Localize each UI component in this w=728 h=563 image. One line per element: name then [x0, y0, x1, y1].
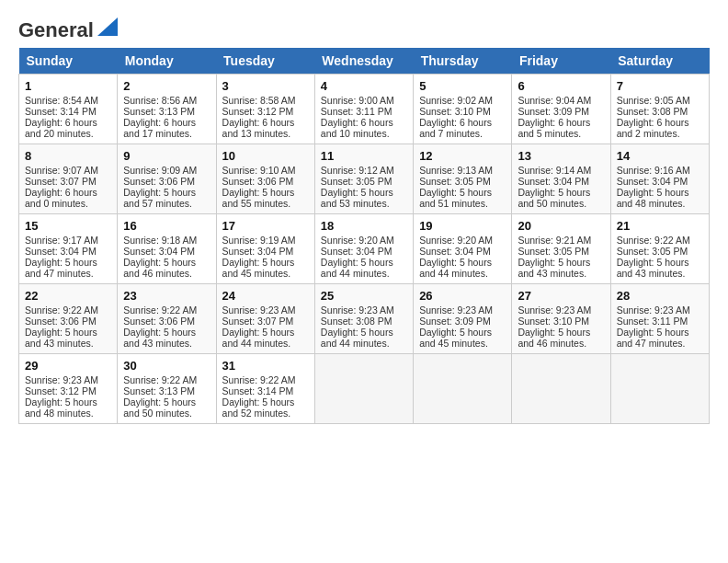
sunset-text: Sunset: 3:12 PM	[222, 106, 294, 117]
sunset-text: Sunset: 3:08 PM	[321, 316, 392, 327]
day-number: 31	[222, 359, 309, 373]
sunset-text: Sunset: 3:05 PM	[518, 246, 589, 257]
day-number: 27	[518, 289, 604, 303]
sunrise-text: Sunrise: 9:10 AM	[222, 165, 296, 176]
column-header-tuesday: Tuesday	[216, 48, 314, 75]
calendar-cell: 7Sunrise: 9:05 AMSunset: 3:08 PMDaylight…	[610, 75, 709, 144]
day-number: 8	[25, 149, 111, 163]
daylight-label: Daylight: 6 hours and 20 minutes.	[25, 117, 97, 139]
sunrise-text: Sunrise: 9:22 AM	[25, 304, 98, 316]
calendar-week-3: 15Sunrise: 9:17 AMSunset: 3:04 PMDayligh…	[19, 214, 710, 284]
sunrise-text: Sunrise: 9:22 AM	[123, 304, 197, 316]
sunset-text: Sunset: 3:04 PM	[25, 246, 97, 257]
daylight-label: Daylight: 5 hours and 50 minutes.	[123, 396, 196, 419]
calendar-body: 1Sunrise: 8:54 AMSunset: 3:14 PMDaylight…	[19, 75, 710, 424]
day-number: 22	[25, 289, 111, 303]
day-number: 17	[222, 219, 309, 233]
day-number: 15	[25, 219, 111, 233]
sunset-text: Sunset: 3:06 PM	[222, 176, 294, 187]
day-number: 24	[222, 289, 309, 303]
calendar-cell: 27Sunrise: 9:23 AMSunset: 3:10 PMDayligh…	[512, 284, 610, 354]
sunset-text: Sunset: 3:10 PM	[518, 316, 589, 327]
calendar-week-1: 1Sunrise: 8:54 AMSunset: 3:14 PMDaylight…	[19, 75, 710, 144]
sunrise-text: Sunrise: 9:23 AM	[25, 374, 98, 385]
sunset-text: Sunset: 3:04 PM	[321, 246, 392, 257]
calendar-cell: 13Sunrise: 9:14 AMSunset: 3:04 PMDayligh…	[512, 144, 610, 214]
sunset-text: Sunset: 3:07 PM	[25, 176, 97, 187]
svg-marker-0	[97, 17, 118, 36]
day-number: 9	[123, 149, 210, 163]
calendar-cell: 10Sunrise: 9:10 AMSunset: 3:06 PMDayligh…	[216, 144, 314, 214]
calendar-cell: 1Sunrise: 8:54 AMSunset: 3:14 PMDaylight…	[19, 75, 118, 144]
daylight-label: Daylight: 5 hours and 44 minutes.	[321, 257, 393, 279]
daylight-label: Daylight: 6 hours and 10 minutes.	[321, 117, 393, 139]
day-number: 26	[419, 289, 506, 303]
day-number: 23	[123, 289, 210, 303]
day-number: 30	[123, 359, 210, 373]
daylight-label: Daylight: 6 hours and 2 minutes.	[617, 117, 689, 139]
daylight-label: Daylight: 5 hours and 46 minutes.	[518, 327, 590, 349]
sunset-text: Sunset: 3:05 PM	[419, 176, 491, 187]
calendar-cell: 3Sunrise: 8:58 AMSunset: 3:12 PMDaylight…	[216, 75, 314, 144]
logo-general-text: General	[18, 18, 94, 42]
logo: General	[18, 18, 118, 39]
daylight-label: Daylight: 5 hours and 45 minutes.	[222, 257, 295, 279]
calendar-cell: 5Sunrise: 9:02 AMSunset: 3:10 PMDaylight…	[414, 75, 512, 144]
daylight-label: Daylight: 6 hours and 5 minutes.	[518, 117, 590, 139]
calendar-cell: 29Sunrise: 9:23 AMSunset: 3:12 PMDayligh…	[19, 354, 118, 424]
sunrise-text: Sunrise: 9:21 AM	[518, 235, 591, 246]
sunrise-text: Sunrise: 9:20 AM	[321, 235, 394, 246]
calendar-cell	[314, 354, 413, 424]
sunrise-text: Sunrise: 9:14 AM	[518, 165, 591, 176]
column-header-wednesday: Wednesday	[314, 48, 413, 75]
calendar-week-4: 22Sunrise: 9:22 AMSunset: 3:06 PMDayligh…	[19, 284, 710, 354]
logo-triangle-icon	[97, 17, 118, 40]
calendar-cell: 11Sunrise: 9:12 AMSunset: 3:05 PMDayligh…	[314, 144, 413, 214]
calendar-cell	[610, 354, 709, 424]
calendar-cell: 6Sunrise: 9:04 AMSunset: 3:09 PMDaylight…	[512, 75, 610, 144]
sunset-text: Sunset: 3:14 PM	[222, 385, 294, 396]
calendar-cell: 16Sunrise: 9:18 AMSunset: 3:04 PMDayligh…	[118, 214, 216, 284]
day-number: 3	[222, 79, 309, 93]
sunset-text: Sunset: 3:10 PM	[419, 106, 491, 117]
sunrise-text: Sunrise: 9:05 AM	[617, 95, 690, 106]
calendar-cell: 18Sunrise: 9:20 AMSunset: 3:04 PMDayligh…	[314, 214, 413, 284]
day-number: 18	[321, 219, 407, 233]
sunrise-text: Sunrise: 9:04 AM	[518, 95, 591, 106]
daylight-label: Daylight: 6 hours and 7 minutes.	[419, 117, 492, 139]
sunset-text: Sunset: 3:04 PM	[617, 176, 688, 187]
sunrise-text: Sunrise: 9:23 AM	[518, 304, 591, 316]
sunrise-text: Sunrise: 8:56 AM	[123, 95, 197, 106]
calendar-header-row: SundayMondayTuesdayWednesdayThursdayFrid…	[19, 48, 710, 75]
sunset-text: Sunset: 3:04 PM	[123, 246, 195, 257]
calendar-cell: 17Sunrise: 9:19 AMSunset: 3:04 PMDayligh…	[216, 214, 314, 284]
sunrise-text: Sunrise: 9:22 AM	[617, 235, 690, 246]
page-header: General	[18, 18, 710, 39]
sunset-text: Sunset: 3:06 PM	[25, 316, 97, 327]
sunrise-text: Sunrise: 8:58 AM	[222, 95, 296, 106]
sunrise-text: Sunrise: 9:13 AM	[419, 165, 493, 176]
calendar-cell: 23Sunrise: 9:22 AMSunset: 3:06 PMDayligh…	[118, 284, 216, 354]
daylight-label: Daylight: 5 hours and 48 minutes.	[25, 396, 97, 419]
calendar-cell	[512, 354, 610, 424]
day-number: 7	[617, 79, 703, 93]
sunrise-text: Sunrise: 9:23 AM	[321, 304, 394, 316]
calendar-cell	[414, 354, 512, 424]
calendar-cell: 24Sunrise: 9:23 AMSunset: 3:07 PMDayligh…	[216, 284, 314, 354]
daylight-label: Daylight: 5 hours and 51 minutes.	[419, 187, 492, 209]
sunrise-text: Sunrise: 9:22 AM	[222, 374, 296, 385]
daylight-label: Daylight: 6 hours and 17 minutes.	[123, 117, 196, 139]
sunrise-text: Sunrise: 9:20 AM	[419, 235, 493, 246]
daylight-label: Daylight: 5 hours and 57 minutes.	[123, 187, 196, 209]
calendar-cell: 30Sunrise: 9:22 AMSunset: 3:13 PMDayligh…	[118, 354, 216, 424]
day-number: 25	[321, 289, 407, 303]
calendar-cell: 20Sunrise: 9:21 AMSunset: 3:05 PMDayligh…	[512, 214, 610, 284]
sunset-text: Sunset: 3:11 PM	[321, 106, 392, 117]
day-number: 28	[617, 289, 703, 303]
calendar-cell: 9Sunrise: 9:09 AMSunset: 3:06 PMDaylight…	[118, 144, 216, 214]
sunset-text: Sunset: 3:06 PM	[123, 316, 195, 327]
sunrise-text: Sunrise: 9:12 AM	[321, 165, 394, 176]
daylight-label: Daylight: 5 hours and 44 minutes.	[222, 327, 295, 349]
calendar-cell: 28Sunrise: 9:23 AMSunset: 3:11 PMDayligh…	[610, 284, 709, 354]
column-header-monday: Monday	[118, 48, 216, 75]
